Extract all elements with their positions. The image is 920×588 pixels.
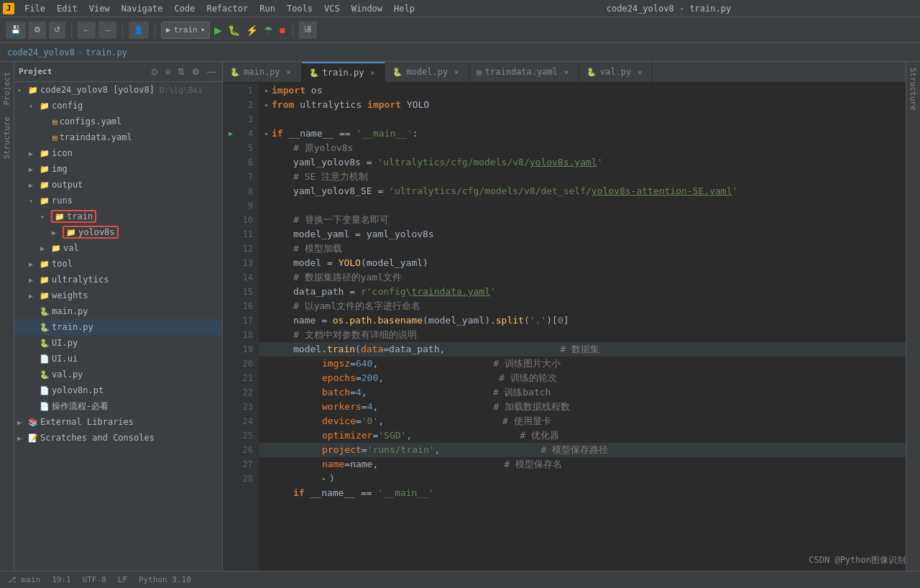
- model-py-tab-icon: 🐍: [392, 68, 402, 77]
- code-line-13: model = YOLO ( model_yaml ): [259, 256, 906, 270]
- train-py-tab-close[interactable]: ×: [367, 68, 377, 78]
- tree-ui-py[interactable]: 🐍 UI.py: [14, 335, 222, 351]
- ext-lib-arrow-icon: ▶: [17, 418, 26, 426]
- cmt-19: # 数据集: [560, 342, 599, 357]
- tree-tool-folder[interactable]: ▶ 📁 tool: [14, 256, 222, 272]
- menu-file[interactable]: File: [19, 0, 51, 17]
- code-line-19: model . train ( data = data_path , # 数据集: [259, 342, 906, 357]
- menu-code[interactable]: Code: [169, 0, 201, 17]
- menu-refactor[interactable]: Refactor: [201, 0, 254, 17]
- profile-button[interactable]: ⚡: [244, 23, 259, 37]
- train-py-tab-icon: 🐍: [309, 68, 319, 78]
- imgsz-param: imgsz: [322, 357, 350, 371]
- model-yaml-ref: model_yaml: [367, 256, 423, 270]
- code-content[interactable]: ▸ import os ▸ from ultralytics import YO…: [259, 83, 906, 571]
- save-button[interactable]: 💾: [6, 22, 26, 39]
- tree-val-py[interactable]: 🐍 val.py: [14, 367, 222, 382]
- menu-window[interactable]: Window: [346, 0, 388, 17]
- sidebar-minimize-button[interactable]: —: [205, 66, 218, 78]
- tree-guide-file[interactable]: 📄 操作流程-必看: [14, 398, 222, 414]
- val-folder-icon: 📁: [51, 244, 61, 253]
- menu-view[interactable]: View: [83, 0, 116, 17]
- yolov8n-pt-label: yolov8n.pt: [52, 385, 104, 395]
- tree-train-py[interactable]: 🐍 train.py: [14, 319, 222, 335]
- debug-button[interactable]: 🐛: [226, 23, 242, 37]
- tree-img-folder[interactable]: ▶ 📁 img: [14, 161, 222, 177]
- sidebar-locate-button[interactable]: ⊙: [149, 66, 160, 78]
- tree-external-libraries[interactable]: ▶ 📚 External Libraries: [14, 414, 222, 430]
- tree-runs-folder[interactable]: ▾ 📁 runs: [14, 193, 222, 208]
- stop-button[interactable]: ■: [277, 23, 286, 37]
- run-button[interactable]: ▶: [213, 23, 224, 37]
- profile-switcher-button[interactable]: 👤: [129, 22, 149, 39]
- sidebar-expand-button[interactable]: ≡: [163, 66, 172, 78]
- model-py-tab-close[interactable]: ×: [451, 68, 461, 77]
- configs-yaml-label: configs.yaml: [60, 116, 122, 127]
- project-tab-label[interactable]: Project: [1, 68, 13, 109]
- tree-configs-yaml[interactable]: ▤ configs.yaml: [14, 114, 222, 129]
- breadcrumb-project[interactable]: code24_yolov8: [7, 47, 75, 58]
- tree-output-folder[interactable]: ▶ 📁 output: [14, 177, 222, 193]
- nav-forward-button[interactable]: →: [98, 22, 116, 39]
- sidebar-collapse-button[interactable]: ⇅: [175, 66, 187, 78]
- comment-5: # 原yolov8s: [293, 141, 353, 155]
- eq-25: =: [372, 428, 378, 443]
- line-num-14: 14: [229, 270, 253, 285]
- tab-model-py[interactable]: 🐍 model.py ×: [385, 62, 469, 82]
- tab-val-py[interactable]: 🐍 val.py ×: [579, 62, 653, 82]
- menu-edit[interactable]: Edit: [51, 0, 83, 17]
- line-num-22: 22: [229, 385, 253, 400]
- tree-yolov8n-pt[interactable]: 📄 yolov8n.pt: [14, 382, 222, 398]
- tree-config-folder[interactable]: ▾ 📁 config: [14, 98, 222, 114]
- train-fn: train: [327, 342, 355, 357]
- save-all-button[interactable]: ⚙: [29, 22, 46, 39]
- breadcrumb-file[interactable]: train.py: [86, 47, 127, 58]
- model-train-var: model: [293, 342, 321, 357]
- tree-val-folder[interactable]: ▶ 📁 val: [14, 240, 222, 256]
- menu-navigate[interactable]: Navigate: [116, 0, 169, 17]
- tree-root[interactable]: ▾ 📁 code24_yolov8 [yolov8] D:\lg\Bai: [14, 82, 222, 98]
- code-line-14: # 数据集路径的yaml文件: [259, 270, 906, 285]
- tree-train-folder[interactable]: ▾ 📁 train: [14, 208, 222, 224]
- name-var: name: [293, 313, 316, 328]
- tree-traindata-yaml[interactable]: ▤ traindata.yaml: [14, 129, 222, 145]
- structure-tab-label[interactable]: Structure: [1, 112, 13, 164]
- tree-weights-folder[interactable]: ▶ 📁 weights: [14, 288, 222, 303]
- coverage-button[interactable]: ☂: [262, 23, 275, 37]
- code-line-20: imgsz = 640 , # 训练图片大小: [259, 357, 906, 371]
- comma-20: ,: [372, 357, 378, 371]
- optimizer-val: 'SGD': [378, 428, 406, 443]
- traindata-yaml-tab-close[interactable]: ×: [561, 68, 571, 77]
- main-str: '__main__': [356, 127, 412, 141]
- menu-vcs[interactable]: VCS: [318, 0, 346, 17]
- translate-button[interactable]: 译: [299, 22, 317, 39]
- refresh-button[interactable]: ↺: [49, 22, 65, 39]
- menu-help[interactable]: Help: [388, 0, 420, 17]
- main-py-tab-close[interactable]: ×: [284, 68, 294, 77]
- main-py-tab-icon: 🐍: [230, 68, 240, 77]
- tree-icon-folder[interactable]: ▶ 📁 icon: [14, 145, 222, 161]
- sidebar-settings-button[interactable]: ⚙: [190, 66, 202, 78]
- nav-back-button[interactable]: ←: [78, 22, 96, 39]
- tree-main-py[interactable]: 🐍 main.py: [14, 303, 222, 319]
- comma-21: ,: [378, 371, 384, 385]
- code-line-7: # SE 注意力机制: [259, 170, 906, 184]
- val-py-tab-close[interactable]: ×: [635, 68, 645, 77]
- menu-tools[interactable]: Tools: [281, 0, 318, 17]
- kw-if: if: [272, 127, 283, 141]
- tab-traindata-yaml[interactable]: ▤ traindata.yaml ×: [469, 62, 579, 82]
- root-label: code24_yolov8 [yolov8]: [40, 85, 155, 95]
- close-paren-28: ): [329, 472, 335, 486]
- tab-main-py[interactable]: 🐍 main.py ×: [223, 62, 302, 82]
- paren-17a: (: [423, 313, 428, 328]
- run-configuration[interactable]: ▶ train ▾: [161, 22, 210, 39]
- epochs-param: epochs: [322, 371, 356, 385]
- menu-run[interactable]: Run: [254, 0, 281, 17]
- tree-yolov8s-folder[interactable]: ▶ 📁 yolov8s: [14, 224, 222, 240]
- tree-ultralytics-folder[interactable]: ▶ 📁 ultralytics: [14, 272, 222, 288]
- tree-scratches-consoles[interactable]: ▶ 📝 Scratches and Consoles: [14, 430, 222, 446]
- tab-train-py[interactable]: 🐍 train.py ×: [302, 62, 386, 82]
- status-bar: ⎇ main 19:1 UTF-8 LF Python 3.10: [0, 571, 920, 588]
- cmt-23: # 加载数据线程数: [493, 400, 570, 414]
- tree-ui-ui[interactable]: 📄 UI.ui: [14, 351, 222, 367]
